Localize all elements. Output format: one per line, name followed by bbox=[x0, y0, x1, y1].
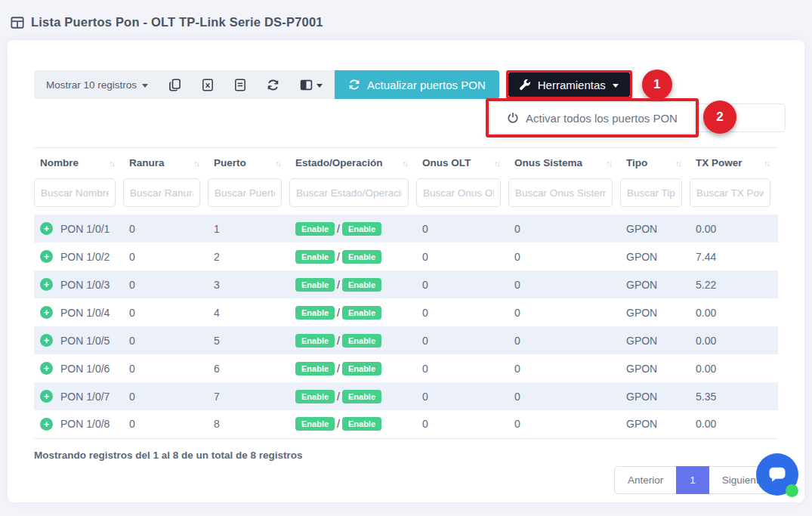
annotation-box-1: Herramientas bbox=[506, 70, 632, 99]
file-export-icon[interactable] bbox=[234, 79, 246, 91]
ports-card: Mostrar 10 registros bbox=[8, 40, 804, 502]
filter-tx-power-input[interactable] bbox=[690, 178, 770, 207]
excel-icon[interactable] bbox=[202, 79, 214, 91]
pagination-page-1-button[interactable]: 1 bbox=[676, 466, 709, 494]
table-row: +PON 1/0/8 0 8 Enable/Enable 0 0 GPON 0.… bbox=[34, 410, 778, 438]
tools-dropdown-button[interactable]: Herramientas bbox=[508, 73, 630, 97]
status-badge: Enable bbox=[295, 390, 335, 403]
status-badge: Enable bbox=[295, 278, 335, 292]
sort-icon: ↑↓ bbox=[675, 159, 684, 168]
column-header-nombre[interactable]: Nombre↑↓ bbox=[34, 148, 123, 178]
refresh-ports-button[interactable]: Actualizar puertos PON bbox=[335, 70, 499, 99]
online-status-dot bbox=[786, 484, 798, 497]
status-badge: Enable bbox=[295, 417, 335, 431]
pon-ports-table: Nombre↑↓ Ranura↑↓ Puerto↑↓ Estado/Operac… bbox=[34, 147, 778, 439]
filter-onus-sistema-input[interactable] bbox=[508, 178, 613, 207]
status-badge: Enable bbox=[295, 334, 335, 348]
datatable-buttons: Mostrar 10 registros bbox=[34, 70, 335, 99]
expand-row-icon[interactable]: + bbox=[40, 390, 53, 403]
status-badge: Enable bbox=[342, 417, 381, 431]
sort-icon: ↑↓ bbox=[275, 159, 283, 168]
filter-puerto-input[interactable] bbox=[208, 178, 282, 207]
expand-row-icon[interactable]: + bbox=[40, 222, 53, 235]
table-row: +PON 1/0/3 0 3 Enable/Enable 0 0 GPON 5.… bbox=[34, 270, 778, 298]
records-info: Mostrando registros del 1 al 8 de un tot… bbox=[34, 450, 778, 461]
filter-row bbox=[34, 177, 778, 215]
status-badge: Enable bbox=[295, 250, 335, 264]
sort-icon: ↑↓ bbox=[494, 159, 502, 168]
wrench-icon bbox=[520, 79, 531, 91]
expand-row-icon[interactable]: + bbox=[40, 362, 53, 375]
column-header-puerto[interactable]: Puerto↑↓ bbox=[208, 148, 289, 178]
table-toolbar: Mostrar 10 registros bbox=[34, 70, 778, 99]
pagination: Anterior 1 Siguiente bbox=[614, 466, 778, 494]
column-header-estado[interactable]: Estado/Operación↑↓ bbox=[289, 148, 416, 178]
page-header: Lista Puertos Pon - OLT TP-Link Serie DS… bbox=[0, 0, 812, 40]
status-badge: Enable bbox=[295, 306, 335, 320]
expand-row-icon[interactable]: + bbox=[40, 278, 53, 291]
power-icon bbox=[507, 112, 519, 124]
chevron-down-icon bbox=[316, 84, 323, 88]
annotation-step-2: 2 bbox=[703, 100, 736, 134]
tools-dropdown-label: Herramientas bbox=[538, 79, 606, 91]
header-row: Nombre↑↓ Ranura↑↓ Puerto↑↓ Estado/Operac… bbox=[34, 148, 778, 178]
expand-row-icon[interactable]: + bbox=[40, 418, 53, 431]
page-title: Lista Puertos Pon - OLT TP-Link Serie DS… bbox=[31, 15, 323, 29]
column-header-ranura[interactable]: Ranura↑↓ bbox=[123, 148, 208, 178]
expand-row-icon[interactable]: + bbox=[40, 334, 53, 347]
filter-estado-input[interactable] bbox=[289, 178, 409, 207]
sort-icon: ↑↓ bbox=[606, 159, 614, 168]
column-header-tx-power[interactable]: TX Power↑↓ bbox=[690, 148, 778, 178]
activate-all-ports-menu-item[interactable]: Activar todos los puertos PON bbox=[489, 102, 695, 134]
table-icon bbox=[11, 16, 24, 29]
sort-icon: ↑↓ bbox=[193, 159, 202, 168]
copy-icon[interactable] bbox=[168, 79, 181, 91]
expand-row-icon[interactable]: + bbox=[40, 250, 53, 263]
filter-onus-olt-input[interactable] bbox=[416, 178, 501, 207]
filter-tipo-input[interactable] bbox=[620, 178, 682, 207]
refresh-ports-label: Actualizar puertos PON bbox=[367, 79, 486, 91]
table-row: +PON 1/0/6 0 6 Enable/Enable 0 0 GPON 0.… bbox=[34, 354, 778, 382]
table-row: +PON 1/0/5 0 5 Enable/Enable 0 0 GPON 0.… bbox=[34, 326, 778, 354]
activate-all-ports-label: Activar todos los puertos PON bbox=[526, 112, 678, 125]
sort-icon: ↑↓ bbox=[764, 159, 772, 168]
table-row: +PON 1/0/1 0 1 Enable/Enable 0 0 GPON 0.… bbox=[34, 215, 778, 243]
table-row: +PON 1/0/4 0 4 Enable/Enable 0 0 GPON 0.… bbox=[34, 298, 778, 326]
column-header-onus-sistema[interactable]: Onus Sistema↑↓ bbox=[508, 148, 620, 178]
status-badge: Enable bbox=[295, 222, 335, 236]
show-entries-label: Mostrar 10 registros bbox=[46, 79, 137, 91]
pagination-prev-button[interactable]: Anterior bbox=[614, 466, 677, 494]
sort-icon: ↑↓ bbox=[402, 159, 410, 168]
filter-ranura-input[interactable] bbox=[123, 178, 200, 207]
columns-icon[interactable] bbox=[300, 79, 323, 91]
column-header-tipo[interactable]: Tipo↑↓ bbox=[620, 148, 690, 178]
table-row: +PON 1/0/7 0 7 Enable/Enable 0 0 GPON 5.… bbox=[34, 382, 778, 410]
status-badge: Enable bbox=[342, 222, 381, 236]
expand-row-icon[interactable]: + bbox=[40, 306, 53, 319]
filter-nombre-input[interactable] bbox=[34, 178, 116, 207]
column-header-onus-olt[interactable]: Onus OLT↑↓ bbox=[416, 148, 508, 178]
annotation-step-1: 1 bbox=[642, 70, 672, 100]
table-row: +PON 1/0/2 0 2 Enable/Enable 0 0 GPON 7.… bbox=[34, 243, 778, 270]
reload-icon[interactable] bbox=[267, 79, 279, 91]
status-badge: Enable bbox=[342, 362, 381, 375]
sort-icon: ↑↓ bbox=[109, 159, 117, 168]
status-badge: Enable bbox=[342, 250, 381, 264]
sync-icon bbox=[348, 79, 360, 91]
show-entries-select[interactable]: Mostrar 10 registros bbox=[46, 79, 148, 91]
status-badge: Enable bbox=[342, 334, 381, 348]
chevron-down-icon bbox=[142, 84, 148, 88]
chevron-down-icon bbox=[613, 84, 619, 88]
status-badge: Enable bbox=[342, 278, 381, 292]
status-badge: Enable bbox=[342, 306, 381, 320]
chat-bubble-icon bbox=[767, 464, 788, 485]
status-badge: Enable bbox=[295, 362, 335, 375]
status-badge: Enable bbox=[342, 390, 381, 403]
